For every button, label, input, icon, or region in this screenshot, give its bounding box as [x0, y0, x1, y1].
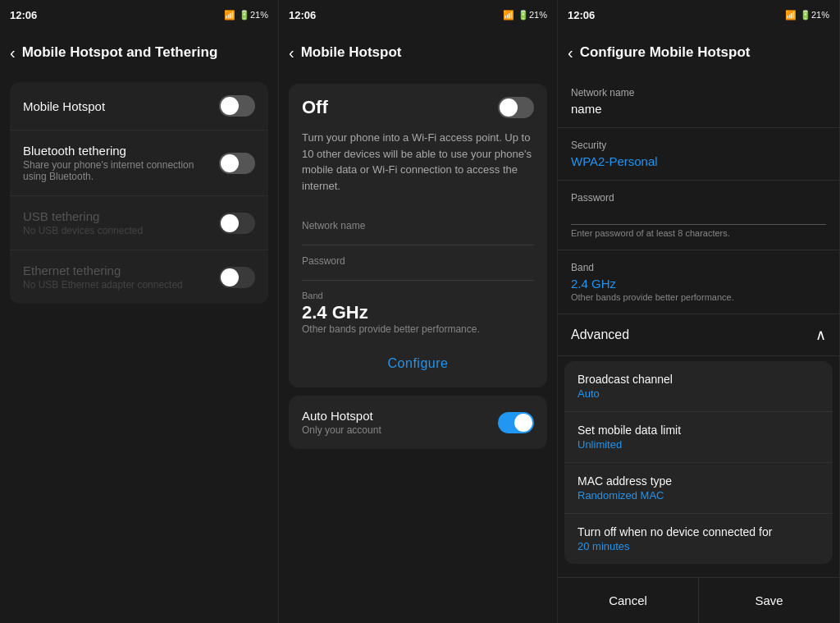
auto-hotspot-label: Auto Hotspot: [302, 409, 381, 423]
toggle-knob: [221, 268, 239, 286]
header-title-3: Configure Mobile Hotspot: [580, 44, 751, 61]
usb-tethering-toggle: [219, 213, 255, 234]
back-arrow-3[interactable]: ‹: [568, 44, 573, 62]
bluetooth-tethering-row[interactable]: Bluetooth tethering Share your phone's i…: [10, 131, 268, 196]
p3-security-value[interactable]: WPA2-Personal: [571, 154, 826, 168]
band-hint: Other bands provide better performance.: [302, 323, 534, 335]
mobile-data-limit-value: Unlimited: [578, 438, 819, 451]
band-label: Band: [302, 291, 534, 300]
save-button[interactable]: Save: [699, 578, 839, 623]
off-label: Off: [302, 97, 328, 118]
bluetooth-tethering-label: Bluetooth tethering: [23, 144, 219, 158]
turn-off-row[interactable]: Turn off when no device connected for 20…: [564, 514, 833, 564]
auto-hotspot-text: Auto Hotspot Only your account: [302, 409, 381, 436]
broadcast-channel-row[interactable]: Broadcast channel Auto: [564, 361, 833, 412]
panel-configure-hotspot: 12:06 📶 🔋21% ‹ Configure Mobile Hotspot …: [558, 0, 840, 623]
status-icons-3: 📶 🔋21%: [785, 10, 829, 21]
configure-button[interactable]: Configure: [302, 345, 534, 374]
mobile-data-limit-row[interactable]: Set mobile data limit Unlimited: [564, 412, 833, 463]
ethernet-tethering-toggle: [219, 267, 255, 288]
panel-mobile-hotspot: 12:06 📶 🔋21% ‹ Mobile Hotspot Off Turn y…: [279, 0, 558, 623]
time-2: 12:06: [289, 9, 316, 21]
hotspot-main-toggle[interactable]: [498, 97, 534, 118]
password-input[interactable]: [571, 207, 826, 225]
header-title-2: Mobile Hotspot: [301, 44, 402, 61]
scroll-area-1: Mobile Hotspot Bluetooth tethering Share…: [0, 76, 278, 623]
mac-address-type-row[interactable]: MAC address type Randomized MAC: [564, 463, 833, 514]
off-row: Off: [302, 97, 534, 118]
mobile-hotspot-toggle[interactable]: [219, 95, 255, 117]
hotspot-description: Turn your phone into a Wi-Fi access poin…: [302, 130, 534, 194]
p3-password-field[interactable]: Password Enter password of at least 8 ch…: [558, 181, 839, 250]
time-1: 12:06: [10, 9, 37, 21]
chevron-up-icon: ∧: [815, 326, 826, 344]
p3-band-value[interactable]: 2.4 GHz: [571, 277, 826, 291]
toggle-knob: [221, 154, 239, 172]
mac-address-label: MAC address type: [578, 474, 819, 488]
p3-band-field[interactable]: Band 2.4 GHz Other bands provide better …: [558, 250, 839, 314]
wifi-icon-2: 📶: [503, 10, 514, 21]
password-hint: Enter password of at least 8 characters.: [571, 228, 826, 238]
settings-card-1: Mobile Hotspot Bluetooth tethering Share…: [10, 82, 268, 304]
advanced-label: Advanced: [571, 328, 629, 342]
wifi-icon-3: 📶: [785, 10, 797, 21]
status-bar-1: 12:06 📶 🔋21%: [0, 0, 278, 30]
status-icons-2: 📶 🔋21%: [503, 10, 547, 21]
status-icons-1: 📶 🔋21%: [224, 10, 268, 21]
panel-hotspot-tethering: 12:06 📶 🔋21% ‹ Mobile Hotspot and Tether…: [0, 0, 279, 623]
status-bar-2: 12:06 📶 🔋21%: [279, 0, 557, 30]
p3-password-label: Password: [571, 192, 826, 204]
toggle-knob: [221, 214, 239, 232]
back-arrow-1[interactable]: ‹: [10, 44, 16, 62]
hotspot-config-card: Off Turn your phone into a Wi-Fi access …: [289, 84, 547, 387]
password-field: Password: [302, 245, 534, 281]
p3-network-name-label: Network name: [571, 87, 826, 98]
p3-network-name-value[interactable]: name: [571, 102, 826, 116]
bluetooth-tethering-toggle[interactable]: [219, 153, 255, 174]
band-field[interactable]: Band 2.4 GHz Other bands provide better …: [302, 281, 534, 345]
signal-icon-2: 🔋21%: [518, 10, 547, 21]
p3-band-hint: Other bands provide better performance.: [571, 292, 826, 302]
network-name-label: Network name: [302, 220, 534, 231]
signal-icon-3: 🔋21%: [800, 10, 829, 21]
bottom-bar: Cancel Save: [558, 577, 839, 623]
toggle-knob: [500, 98, 518, 117]
mobile-hotspot-row[interactable]: Mobile Hotspot: [10, 82, 268, 131]
mac-address-value: Randomized MAC: [578, 489, 819, 502]
advanced-section-header[interactable]: Advanced ∧: [558, 314, 839, 356]
configure-scroll: Network name name Security WPA2-Personal…: [558, 76, 839, 577]
p3-network-name-field[interactable]: Network name name: [558, 76, 839, 128]
password-label: Password: [302, 255, 534, 267]
header-3: ‹ Configure Mobile Hotspot: [558, 30, 839, 76]
toggle-knob: [514, 414, 532, 432]
p3-security-field[interactable]: Security WPA2-Personal: [558, 128, 839, 181]
header-1: ‹ Mobile Hotspot and Tethering: [0, 30, 278, 76]
broadcast-channel-label: Broadcast channel: [578, 373, 819, 386]
auto-hotspot-sublabel: Only your account: [302, 424, 381, 436]
usb-tethering-row: USB tethering No USB devices connected: [10, 196, 268, 250]
network-name-field: Network name: [302, 210, 534, 245]
band-value: 2.4 GHz: [302, 302, 534, 323]
header-title-1: Mobile Hotspot and Tethering: [22, 44, 218, 61]
broadcast-channel-value: Auto: [578, 387, 819, 400]
auto-hotspot-card[interactable]: Auto Hotspot Only your account: [289, 396, 547, 449]
cancel-button[interactable]: Cancel: [558, 578, 699, 623]
turn-off-value: 20 minutes: [578, 540, 819, 552]
time-3: 12:06: [568, 9, 595, 21]
auto-hotspot-toggle[interactable]: [498, 412, 534, 433]
usb-tethering-label: USB tethering: [23, 209, 219, 223]
status-bar-3: 12:06 📶 🔋21%: [558, 0, 839, 30]
ethernet-tethering-row: Ethernet tethering No USB Ethernet adapt…: [10, 250, 268, 304]
turn-off-label: Turn off when no device connected for: [578, 525, 819, 538]
advanced-card: Broadcast channel Auto Set mobile data l…: [564, 361, 833, 564]
p3-band-label: Band: [571, 262, 826, 273]
wifi-icon: 📶: [224, 10, 235, 21]
usb-tethering-sublabel: No USB devices connected: [23, 225, 219, 236]
signal-icon: 🔋21%: [239, 10, 268, 21]
mobile-hotspot-label: Mobile Hotspot: [23, 99, 219, 113]
header-2: ‹ Mobile Hotspot: [279, 30, 557, 76]
ethernet-tethering-sublabel: No USB Ethernet adapter connected: [23, 279, 219, 291]
mobile-data-limit-label: Set mobile data limit: [578, 424, 819, 437]
p3-security-label: Security: [571, 140, 826, 151]
back-arrow-2[interactable]: ‹: [289, 44, 294, 62]
